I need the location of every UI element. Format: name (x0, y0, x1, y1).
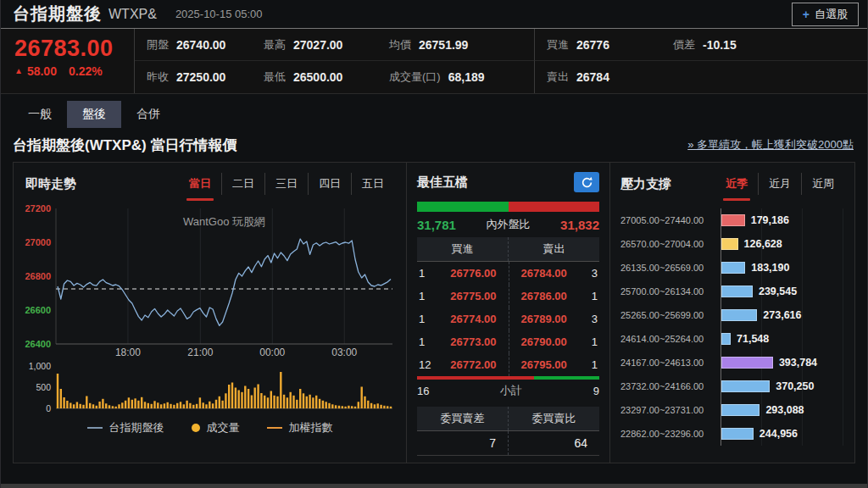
volume-bar (157, 402, 159, 408)
pressure-bar (721, 238, 738, 250)
main-panels: 即時走勢 當日 二日 三日 四日 五日 18:0021:0000:0003:00… (13, 162, 855, 463)
intraday-chart: 18:0021:0000:0003:0027200270002680026600… (14, 198, 406, 412)
intraday-range-tabs: 當日 二日 三日 四日 五日 (179, 173, 394, 195)
volume-bar (128, 397, 130, 408)
inner-outer-bar (417, 202, 599, 212)
volume-bar (309, 395, 310, 408)
pressure-bar (721, 333, 731, 345)
diff-ratio-header: 委買賣差 委買賣比 (417, 407, 599, 431)
best-five-title: 最佳五檔 (417, 175, 468, 191)
tab-week[interactable]: 近周 (801, 173, 844, 195)
volume-bar (267, 397, 269, 408)
inner-outer-numbers: 31,781 內外盤比 31,832 (417, 217, 599, 232)
tab-after-hours[interactable]: 盤後 (67, 101, 121, 128)
volume-bar (92, 404, 94, 408)
tab-3day[interactable]: 三日 (264, 173, 308, 195)
volume-bar (364, 396, 365, 408)
pressure-bar (721, 357, 773, 369)
volume-bar (96, 406, 97, 408)
change-value: 58.00 (27, 64, 57, 78)
subtotal-row: 16 小計 9 (417, 380, 599, 402)
volume-bar (270, 391, 272, 409)
diff-ratio-values: 7 64 (417, 431, 599, 456)
tab-today[interactable]: 當日 (179, 173, 221, 195)
volume-bar (238, 391, 240, 409)
volume-bar (342, 406, 343, 408)
volume-bar (361, 387, 363, 409)
price-change: ▲ 58.00 0.22% (14, 64, 134, 78)
volume-bar (290, 392, 292, 408)
volume-tick-label: 1,000 (29, 361, 51, 371)
volume-bar (244, 386, 246, 409)
stat-filler (661, 61, 867, 93)
volume-bar (183, 404, 185, 408)
x-tick-label: 00:00 (259, 347, 285, 358)
tab-month[interactable]: 近月 (758, 173, 801, 195)
y-tick-label: 26600 (25, 305, 51, 315)
volume-bar (199, 397, 201, 408)
volume-bar (331, 404, 333, 408)
price-line-swatch (87, 427, 103, 429)
volume-dot-swatch (192, 424, 200, 432)
volume-bar (108, 405, 110, 408)
refresh-button[interactable] (574, 172, 599, 192)
volume-bar (125, 401, 126, 408)
volume-bar (273, 396, 275, 408)
volume-bar (358, 402, 359, 408)
header-bar: 台指期盤後 WTXP& 2025-10-15 05:00 + 自選股 (1, 0, 867, 29)
volume-bar (86, 396, 87, 409)
promo-link[interactable]: » 多單續攻，帳上獲利突破2000點 (687, 137, 854, 152)
stat-avg: 均價26751.99 (377, 29, 534, 61)
table-row: 126774.0026789.003 (417, 308, 599, 330)
section-title: 台指期盤後(WTXP&) 當日行情報價 (13, 136, 236, 155)
tab-general[interactable]: 一般 (13, 101, 67, 128)
y-tick-label: 27000 (25, 237, 51, 247)
volume-bar (235, 388, 236, 409)
add-watchlist-button[interactable]: + 自選股 (792, 3, 859, 26)
volume-bar (251, 396, 253, 409)
subtotal-label: 小計 (500, 383, 522, 398)
pressure-row: 25700.00~26134.00239,545 (620, 280, 844, 303)
pressure-bar (721, 380, 770, 392)
volume-bar (344, 407, 346, 408)
volume-bar (225, 393, 226, 408)
volume-bar (80, 404, 81, 408)
tab-5day[interactable]: 五日 (351, 173, 394, 195)
volume-bar (115, 407, 117, 408)
volume-bar (219, 396, 220, 408)
tab-combined[interactable]: 合併 (121, 101, 175, 128)
outer-count: 31,832 (560, 218, 599, 232)
volume-bar (370, 403, 372, 408)
tab-2day[interactable]: 二日 (221, 173, 264, 195)
tab-quarter[interactable]: 近季 (715, 173, 758, 195)
stat-prev-close: 昨收27250.00 (135, 61, 252, 93)
volume-bar (209, 402, 210, 408)
refresh-icon (581, 176, 593, 189)
volume-bar (82, 405, 84, 408)
volume-bar (73, 404, 75, 408)
volume-bar (105, 403, 107, 408)
pressure-bar (721, 309, 757, 321)
pressure-title: 壓力支撐 (620, 176, 671, 192)
volume-bar (89, 403, 91, 408)
volume-bar (112, 406, 114, 408)
volume-bar (98, 402, 100, 408)
volume-bar (292, 396, 294, 408)
volume-bar (351, 406, 353, 408)
tab-4day[interactable]: 四日 (308, 173, 351, 195)
volume-bar (147, 403, 149, 408)
x-tick-label: 03:00 (331, 347, 357, 358)
volume-bar (196, 404, 198, 408)
volume-tick-label: 500 (36, 382, 51, 392)
buy-subtotal: 16 (417, 385, 429, 397)
pressure-row: 23297.00~23731.00293,088 (620, 398, 844, 422)
volume-bar (164, 403, 165, 408)
diff-label: 委買賣差 (417, 407, 508, 430)
volume-bar (241, 392, 242, 408)
volume-bar (205, 404, 207, 408)
sell-subtotal-bar (534, 376, 599, 380)
pressure-row: 24167.00~24613.00393,784 (620, 351, 844, 374)
volume-bar (141, 397, 142, 408)
volume-bar (377, 403, 379, 408)
diff-value: 7 (417, 431, 508, 455)
